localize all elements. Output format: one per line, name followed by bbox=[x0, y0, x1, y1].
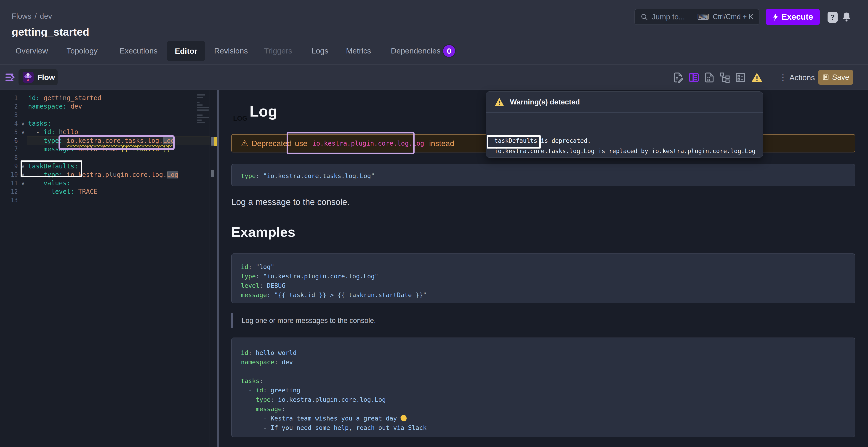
pane-splitter[interactable] bbox=[217, 90, 219, 447]
search-icon bbox=[640, 13, 648, 21]
type-code-block: type: "io.kestra.core.tasks.log.Log" bbox=[231, 164, 855, 186]
save-button[interactable]: Save bbox=[818, 70, 853, 85]
breadcrumb-namespace[interactable]: dev bbox=[40, 12, 52, 21]
instead-word: instead bbox=[429, 139, 454, 148]
kestra-flow-icon bbox=[23, 72, 34, 83]
warnings-popup-title: Warning(s) detected bbox=[510, 98, 580, 106]
tab-overview[interactable]: Overview bbox=[16, 37, 48, 64]
quote-bar bbox=[231, 313, 233, 328]
sidebar-expand-icon bbox=[5, 71, 17, 84]
tab-logs[interactable]: Logs bbox=[311, 37, 329, 64]
editor-toolbar: Flow bbox=[0, 65, 868, 90]
scrollbar-selection-marker bbox=[211, 137, 214, 146]
doc-title: Log bbox=[250, 103, 277, 120]
blueprint-list-icon-button[interactable] bbox=[735, 71, 746, 84]
dependencies-count-badge: 0 bbox=[442, 44, 456, 58]
file-outline-icon-button[interactable] bbox=[704, 71, 715, 84]
tab-triggers[interactable]: Triggers bbox=[264, 37, 292, 64]
tab-topology[interactable]: Topology bbox=[66, 37, 98, 64]
save-label: Save bbox=[832, 73, 849, 82]
jump-to-search[interactable]: Jump to... ⌨ Ctrl/Cmd + K bbox=[634, 9, 760, 25]
scrollbar-warning-marker bbox=[214, 137, 217, 146]
scrollbar-selection-marker bbox=[211, 170, 214, 177]
example-code-block-2: id: hello_worldnamespace: dev tasks: - i… bbox=[231, 338, 855, 437]
flow-tab-bar: Overview Topology Executions Editor Revi… bbox=[0, 37, 868, 65]
sidebar-toggle-button[interactable] bbox=[5, 71, 17, 84]
documentation-panel-icon-button[interactable] bbox=[688, 71, 700, 84]
problems-warning-icon-button[interactable] bbox=[751, 71, 763, 84]
search-placeholder: Jump to... bbox=[652, 12, 693, 21]
execute-button[interactable]: Execute bbox=[766, 9, 820, 25]
tab-dependencies[interactable]: Dependencies bbox=[391, 37, 440, 64]
tab-revisions[interactable]: Revisions bbox=[214, 37, 248, 64]
minimap-border bbox=[210, 90, 210, 447]
documentation-panel-icon bbox=[688, 71, 700, 84]
actions-button[interactable]: ⋮ Actions bbox=[779, 71, 815, 84]
edit-file-icon bbox=[672, 71, 684, 84]
help-button[interactable]: ? bbox=[828, 12, 838, 23]
editor-lines: 1id: getting_started2namespace: dev34∨ta… bbox=[0, 94, 217, 204]
tab-executions[interactable]: Executions bbox=[120, 37, 157, 64]
top-header: Flows / dev getting_started Jump to... ⌨… bbox=[0, 0, 868, 37]
keyboard-icon: ⌨ bbox=[697, 13, 709, 21]
tab-editor[interactable]: Editor bbox=[167, 41, 205, 61]
lightning-icon bbox=[772, 13, 779, 21]
kebab-menu-icon: ⋮ bbox=[779, 73, 787, 82]
doc-description: Log a message to the console. bbox=[231, 197, 350, 207]
plugin-log-chip-icon: LOG bbox=[233, 115, 247, 122]
replacement-type-code: io.kestra.plugin.core.log.Log bbox=[312, 140, 424, 147]
warning-triangle-icon bbox=[751, 71, 763, 84]
deprecated-word: Deprecated bbox=[251, 139, 291, 148]
search-shortcut: Ctrl/Cmd + K bbox=[713, 13, 753, 21]
topology-tree-icon bbox=[719, 71, 731, 84]
flow-file-tab[interactable]: Flow bbox=[19, 69, 58, 85]
flow-tab-label: Flow bbox=[37, 73, 55, 82]
warning-outline-icon: ⚠ bbox=[241, 139, 248, 148]
notifications-button[interactable] bbox=[841, 11, 851, 23]
breadcrumb-flows[interactable]: Flows bbox=[12, 12, 31, 21]
quote-text: Log one or more messages to the console. bbox=[242, 317, 376, 325]
warnings-popup: Warning(s) detected taskDefaults is depr… bbox=[486, 91, 763, 158]
page-title: getting_started bbox=[12, 26, 89, 38]
blueprint-list-icon bbox=[735, 71, 746, 84]
use-word: use bbox=[295, 139, 307, 148]
example-caption-quote: Log one or more messages to the console. bbox=[231, 313, 855, 328]
warnings-popup-header: Warning(s) detected bbox=[486, 92, 763, 113]
file-outline-icon bbox=[704, 71, 715, 84]
warning-triangle-icon bbox=[494, 97, 504, 106]
breadcrumb: Flows / dev bbox=[12, 12, 52, 21]
save-floppy-icon bbox=[822, 73, 829, 81]
tab-metrics[interactable]: Metrics bbox=[346, 37, 371, 64]
example-code-block-1: id: "log"type: "io.kestra.plugin.core.lo… bbox=[231, 253, 855, 303]
bell-icon bbox=[841, 11, 851, 23]
execute-label: Execute bbox=[781, 12, 813, 22]
warnings-popup-body: taskDefaults is deprecated.io.kestra.cor… bbox=[494, 137, 755, 157]
examples-heading: Examples bbox=[231, 224, 295, 240]
breadcrumb-separator: / bbox=[34, 12, 37, 21]
yaml-code-editor[interactable]: 1id: getting_started2namespace: dev34∨ta… bbox=[0, 90, 217, 447]
topology-tree-icon-button[interactable] bbox=[719, 71, 731, 84]
actions-label: Actions bbox=[789, 73, 815, 82]
edit-file-icon-button[interactable] bbox=[672, 71, 684, 84]
